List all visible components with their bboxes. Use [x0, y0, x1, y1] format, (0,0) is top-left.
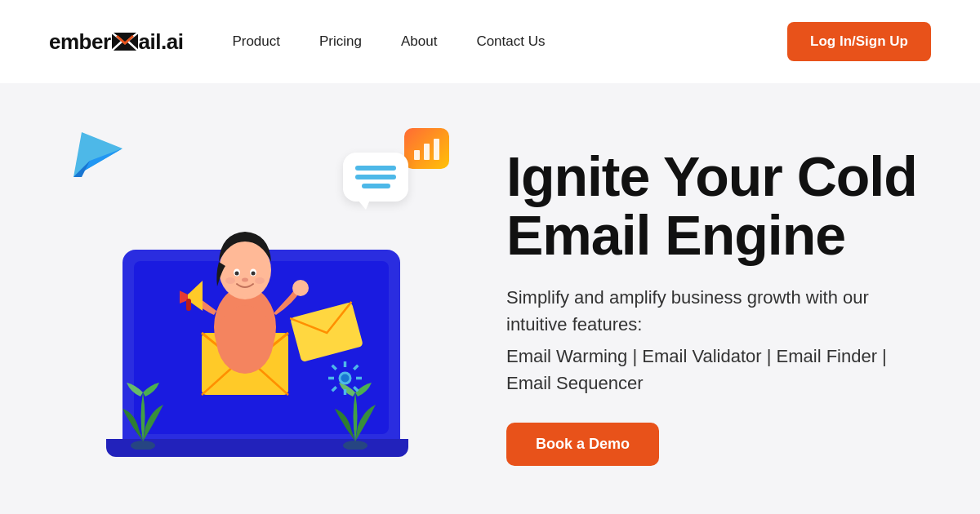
hero-title-line2: Email Engine: [506, 204, 845, 266]
svg-point-36: [292, 280, 309, 296]
chat-line-2: [355, 175, 396, 179]
chat-line-1: [355, 166, 396, 171]
gear-decor-icon: [327, 360, 363, 397]
hero-section: Ignite Your Cold Email Engine Simplify a…: [0, 83, 980, 514]
svg-point-35: [255, 277, 265, 284]
dashboard-icon: [404, 128, 449, 169]
hero-text: Ignite Your Cold Email Engine Simplify a…: [474, 131, 931, 466]
svg-point-32: [252, 272, 256, 276]
svg-point-10: [343, 441, 368, 450]
svg-line-25: [332, 387, 336, 391]
book-demo-button[interactable]: Book a Demo: [506, 423, 659, 466]
svg-point-27: [216, 305, 274, 374]
chat-bubble: [343, 153, 408, 202]
svg-rect-6: [414, 150, 420, 160]
hero-title-line1: Ignite Your Cold: [506, 145, 917, 207]
login-signup-button[interactable]: Log In/Sign Up: [787, 22, 931, 61]
hero-title: Ignite Your Cold Email Engine: [506, 148, 931, 264]
svg-point-33: [242, 278, 248, 282]
nav-item-pricing[interactable]: Pricing: [319, 33, 362, 50]
navbar: ember ail.ai Product Pricing About Conta…: [0, 0, 980, 83]
svg-point-17: [341, 374, 350, 383]
svg-rect-8: [434, 139, 439, 160]
logo-text-ember: ember: [49, 29, 111, 55]
hero-subtitle: Simplify and amplify business growth wit…: [506, 284, 931, 338]
logo: ember ail.ai: [49, 29, 183, 55]
hero-features: Email Warming | Email Validator | Email …: [506, 343, 931, 397]
navbar-left: ember ail.ai Product Pricing About Conta…: [49, 29, 545, 55]
logo-mail-icon: [112, 33, 138, 51]
logo-text-suffix: ail.ai: [139, 29, 184, 55]
nav-item-about[interactable]: About: [401, 33, 437, 50]
nav-links: Product Pricing About Contact Us: [232, 33, 545, 50]
nav-item-contact[interactable]: Contact Us: [476, 33, 545, 50]
nav-item-product[interactable]: Product: [232, 33, 280, 50]
hero-illustration: [49, 83, 474, 514]
character-illustration: [180, 209, 310, 405]
svg-point-34: [225, 277, 235, 284]
svg-line-24: [354, 366, 358, 370]
chat-line-3: [362, 184, 390, 188]
svg-point-9: [131, 441, 155, 450]
plant-left: [114, 376, 172, 450]
svg-line-22: [332, 366, 336, 370]
svg-rect-7: [424, 144, 430, 160]
svg-point-31: [235, 272, 239, 276]
svg-rect-38: [186, 299, 191, 311]
svg-line-23: [354, 387, 358, 391]
